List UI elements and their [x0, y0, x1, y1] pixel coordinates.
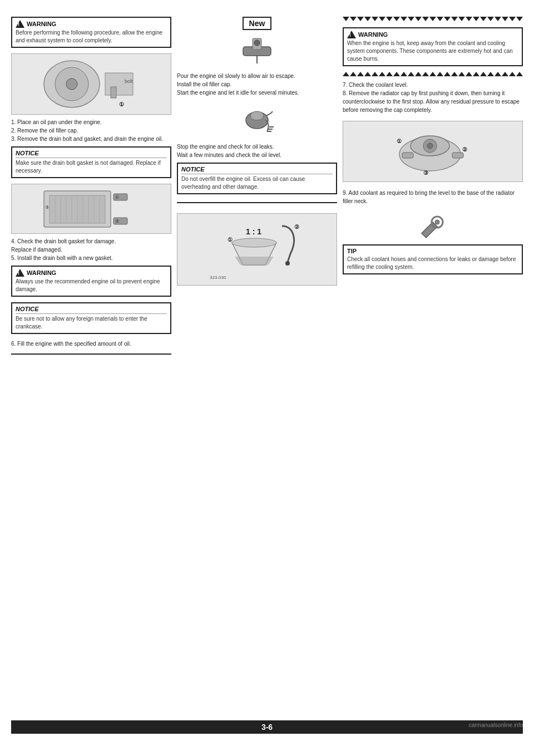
svg-point-32 — [232, 238, 276, 247]
warning-triangle-icon-1 — [16, 20, 24, 28]
warning-triangle-icon-col3 — [347, 31, 356, 38]
page-container: WARNING Before performing the following … — [0, 0, 534, 756]
tri-down-icon — [495, 17, 501, 21]
body-text-2: 4. Check the drain bolt gasket for damag… — [11, 237, 171, 262]
page-number-bar: 3-6 — [11, 720, 523, 734]
svg-point-33 — [285, 261, 290, 266]
wrench-icon-container — [343, 211, 523, 239]
tri-down-icon — [487, 17, 494, 21]
body-text-col2-2: Stop the engine and check for oil leaks.… — [177, 143, 337, 159]
wrench-icon — [416, 211, 449, 239]
tri-up-icon — [350, 72, 357, 76]
svg-text:②: ② — [294, 224, 299, 230]
warning-header-2: WARNING — [16, 269, 167, 277]
tri-up-icon — [343, 72, 349, 76]
body-text-col2-1: Pour the engine oil slowly to allow air … — [177, 72, 337, 97]
new-badge-container: New — [177, 17, 337, 30]
tip-text-col3: Check all coolant hoses and connections … — [347, 256, 518, 271]
column-2: New Pour the engine oil slowly to allow … — [177, 17, 337, 715]
tri-up-icon — [437, 72, 443, 76]
triangle-divider-top — [343, 17, 523, 22]
tri-down-icon — [458, 17, 465, 21]
svg-text:①: ① — [115, 195, 119, 200]
svg-rect-43 — [452, 153, 463, 158]
column-1: WARNING Before performing the following … — [11, 17, 171, 715]
svg-point-41 — [427, 143, 433, 149]
body-text-3: 6. Fill the engine with the specified am… — [11, 340, 171, 348]
watermark: carmanualsonline.info — [469, 722, 523, 728]
tri-up-icon — [495, 72, 501, 76]
mixture-diagram-image: 1 : 1 ① ② 323-030 — [177, 213, 337, 286]
column-3: WARNING When the engine is hot, keep awa… — [343, 17, 523, 715]
tri-up-icon — [473, 72, 479, 76]
warning-box-2: WARNING Always use the recommended engin… — [11, 266, 171, 297]
svg-text:323-030: 323-030 — [210, 275, 226, 280]
radiator-image: ① ② ③ — [11, 184, 171, 234]
svg-text:①: ① — [228, 237, 233, 243]
tri-down-icon — [509, 17, 516, 21]
body-text-1: 1. Place an oil pan under the engine.2. … — [11, 118, 171, 143]
tri-down-icon — [357, 17, 364, 21]
tri-down-icon — [480, 17, 487, 21]
divider-col2 — [177, 202, 337, 203]
tri-up-icon — [422, 72, 429, 76]
svg-point-25 — [254, 40, 260, 46]
tri-up-icon — [458, 72, 465, 76]
body-text-col3-2: 9. Add coolant as required to bring the … — [343, 189, 523, 205]
oil-can-icon-container — [177, 104, 337, 136]
notice-box-col2: NOTICE Do not overfill the engine oil. E… — [177, 163, 337, 194]
warning-header-col3: WARNING — [347, 31, 518, 38]
tri-up-icon — [386, 72, 393, 76]
tri-up-icon — [480, 72, 487, 76]
svg-text:②: ② — [462, 146, 467, 153]
tri-up-icon — [408, 72, 414, 76]
tri-up-icon — [415, 72, 422, 76]
svg-point-28 — [250, 111, 264, 120]
tri-down-icon — [400, 17, 407, 21]
tri-up-icon — [364, 72, 371, 76]
triangle-divider-bottom — [343, 72, 523, 77]
svg-text:③: ③ — [423, 170, 428, 176]
warning-text-1: Before performing the following procedur… — [16, 29, 167, 45]
three-column-layout: WARNING Before performing the following … — [11, 17, 523, 715]
notice-header-1: NOTICE — [16, 150, 167, 158]
tri-down-icon — [444, 17, 451, 21]
warning-box-1: WARNING Before performing the following … — [11, 17, 171, 48]
tri-up-icon — [509, 72, 516, 76]
tip-header-col3: TIP — [347, 248, 518, 254]
svg-rect-42 — [402, 153, 413, 158]
tri-up-icon — [487, 72, 494, 76]
warning-text-2: Always use the recommended engine oil to… — [16, 278, 167, 293]
engine-diagram-image: ① bolt — [11, 53, 171, 115]
warning-header-1: WARNING — [16, 20, 167, 28]
tri-down-icon — [516, 17, 523, 21]
watering-can-icon — [239, 104, 275, 136]
tri-down-icon — [466, 17, 472, 21]
radiator-cap-image: ① ② ③ — [343, 121, 523, 182]
oil-screwdriver-icon-container — [177, 36, 337, 66]
tri-down-icon — [372, 17, 378, 21]
tri-down-icon — [393, 17, 400, 21]
warning-label-col3: WARNING — [358, 31, 388, 38]
tip-box-col3: TIP Check all coolant hoses and connecti… — [343, 244, 523, 274]
svg-point-2 — [66, 78, 77, 90]
svg-rect-4 — [111, 87, 116, 98]
tri-up-icon — [400, 72, 407, 76]
tri-down-icon — [408, 17, 414, 21]
tri-down-icon — [343, 17, 349, 21]
warning-text-col3: When the engine is hot, keep away from t… — [347, 40, 518, 63]
warning-box-col3: WARNING When the engine is hot, keep awa… — [343, 27, 523, 66]
svg-rect-3 — [105, 73, 133, 95]
tri-up-icon — [429, 72, 436, 76]
notice-header-2: NOTICE — [16, 306, 167, 314]
page-number: 3-6 — [261, 723, 273, 732]
tri-up-icon — [502, 72, 508, 76]
tri-down-icon — [437, 17, 443, 21]
warning-label-2: WARNING — [27, 269, 56, 276]
notice-text-col2: Do not overfill the engine oil. Excess o… — [181, 175, 333, 191]
tri-up-icon — [372, 72, 378, 76]
oil-tool-icon — [240, 36, 274, 66]
tri-down-icon — [502, 17, 508, 21]
tri-down-icon — [415, 17, 422, 21]
tri-down-icon — [451, 17, 458, 21]
